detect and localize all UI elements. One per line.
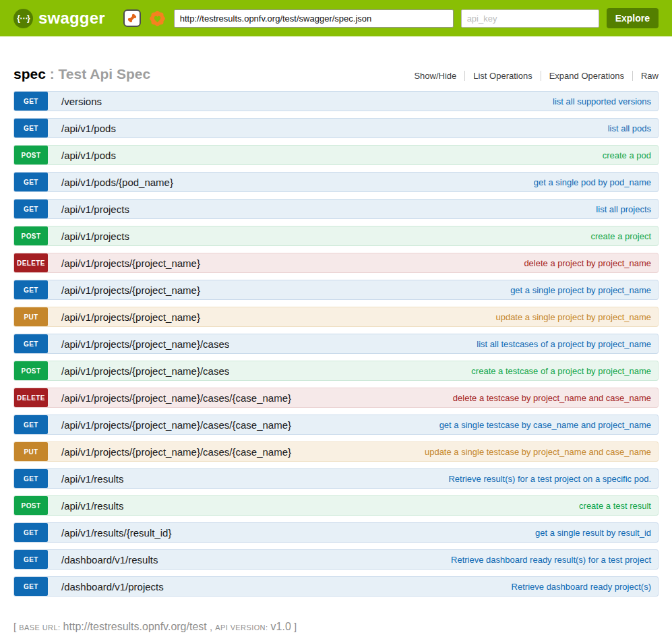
endpoint-row[interactable]: GET /dashboard/v1/projects Retrieve dash…	[13, 576, 659, 597]
endpoint-summary-link[interactable]: get a single testcase by case_name and p…	[439, 415, 658, 434]
endpoint-row[interactable]: GET /api/v1/results/{result_id} get a si…	[13, 522, 659, 543]
endpoint-row[interactable]: GET /dashboard/v1/results Retrieve dashb…	[13, 549, 659, 570]
footer-bracket-open: [	[13, 621, 16, 632]
base-url-label: base url	[19, 623, 58, 632]
api-version-value: v1.0	[271, 621, 291, 632]
endpoint-row[interactable]: GET /api/v1/projects/{project_name}/case…	[13, 334, 659, 354]
swagger-logo-icon: {⋯}	[13, 9, 33, 28]
endpoint-path-link[interactable]: /api/v1/results	[61, 496, 124, 515]
endpoint-row[interactable]: DELETE /api/v1/projects/{project_name}/c…	[13, 388, 659, 408]
endpoint-path-link[interactable]: /api/v1/pods	[61, 146, 116, 164]
api-name: spec	[13, 66, 46, 82]
http-method-badge: PUT	[14, 307, 48, 326]
endpoint-path-link[interactable]: /api/v1/projects/{project_name}/cases/{c…	[61, 442, 291, 461]
endpoint-summary-link[interactable]: list all pods	[608, 119, 658, 138]
footer-bracket-close: ]	[294, 621, 297, 632]
operations-toolbar: Show/Hide List Operations Expand Operati…	[406, 71, 659, 81]
endpoint-path-link[interactable]: /api/v1/projects/{project_name}	[61, 253, 200, 272]
endpoint-path-link[interactable]: /api/v1/projects	[61, 226, 129, 245]
footer-comma: ,	[210, 621, 212, 632]
main-content: spec : Test Api Spec Show/Hide List Oper…	[13, 36, 659, 641]
http-method-badge: POST	[14, 226, 48, 245]
http-method-badge: GET	[14, 523, 48, 542]
gear-heart-icon	[148, 9, 166, 28]
http-method-badge: GET	[14, 577, 48, 596]
endpoint-summary-link[interactable]: Retrieve dashboard ready result(s) for a…	[451, 550, 658, 569]
endpoint-summary-link[interactable]: Retrieve dashboard ready project(s)	[512, 577, 658, 596]
endpoint-list: GET /versions list all supported version…	[13, 91, 659, 597]
http-method-badge: POST	[14, 496, 48, 515]
http-method-badge: GET	[14, 92, 48, 111]
page-title: spec : Test Api Spec	[13, 66, 150, 82]
endpoint-summary-link[interactable]: delete a project by project_name	[524, 253, 658, 272]
endpoint-path-link[interactable]: /dashboard/v1/results	[61, 550, 158, 569]
endpoint-row[interactable]: DELETE /api/v1/projects/{project_name} d…	[13, 253, 659, 273]
endpoint-summary-link[interactable]: create a project	[590, 226, 658, 245]
explore-button[interactable]: Explore	[607, 8, 659, 28]
endpoint-row[interactable]: PUT /api/v1/projects/{project_name}/case…	[13, 441, 659, 462]
endpoint-summary-link[interactable]: list all testcases of a project by proje…	[477, 334, 658, 353]
base-url-footer: [ base url: http://testresults.opnfv.org…	[13, 621, 659, 641]
endpoint-summary-link[interactable]: create a testcase of a project by projec…	[471, 361, 658, 380]
endpoint-path-link[interactable]: /api/v1/projects/{project_name}/cases/{c…	[61, 415, 291, 434]
list-operations-link[interactable]: List Operations	[464, 71, 540, 81]
swagger-logo[interactable]: {⋯} swagger	[13, 9, 105, 28]
http-method-badge: POST	[14, 146, 48, 164]
endpoint-row[interactable]: POST /api/v1/projects create a project	[13, 226, 659, 246]
http-method-badge: GET	[14, 415, 48, 434]
endpoint-row[interactable]: GET /api/v1/results Retrieve result(s) f…	[13, 468, 659, 489]
http-method-badge: DELETE	[14, 253, 48, 272]
show-hide-link[interactable]: Show/Hide	[406, 71, 464, 81]
endpoint-row[interactable]: GET /api/v1/projects/{project_name} get …	[13, 280, 659, 300]
spec-url-input[interactable]	[174, 9, 454, 28]
endpoint-summary-link[interactable]: Retrieve result(s) for a test project on…	[448, 469, 658, 488]
endpoint-path-link[interactable]: /api/v1/pods	[61, 119, 116, 138]
http-method-badge: DELETE	[14, 388, 48, 407]
endpoint-summary-link[interactable]: create a test result	[579, 496, 658, 515]
expand-operations-link[interactable]: Expand Operations	[541, 71, 632, 81]
bone-icon	[127, 13, 138, 24]
endpoint-path-link[interactable]: /api/v1/projects/{project_name}/cases/{c…	[61, 388, 291, 407]
endpoint-path-link[interactable]: /api/v1/pods/{pod_name}	[61, 173, 173, 191]
endpoint-row[interactable]: PUT /api/v1/projects/{project_name} upda…	[13, 307, 659, 327]
endpoint-row[interactable]: GET /api/v1/projects/{project_name}/case…	[13, 415, 659, 435]
endpoint-path-link[interactable]: /dashboard/v1/projects	[61, 577, 164, 596]
base-url-value: http://testresults.opnfv.org/test	[63, 621, 207, 632]
endpoint-path-link[interactable]: /api/v1/projects/{project_name}	[61, 280, 200, 299]
endpoint-summary-link[interactable]: get a single result by result_id	[535, 523, 658, 542]
endpoint-row[interactable]: GET /versions list all supported version…	[13, 91, 659, 111]
endpoint-summary-link[interactable]: get a single project by project_name	[510, 280, 658, 299]
curly-braces-glyph: {⋯}	[17, 13, 29, 23]
endpoint-row[interactable]: GET /api/v1/pods list all pods	[13, 118, 659, 138]
endpoint-path-link[interactable]: /versions	[61, 92, 102, 111]
endpoint-path-link[interactable]: /api/v1/projects/{project_name}/cases	[61, 334, 229, 353]
endpoint-path-link[interactable]: /api/v1/results/{result_id}	[61, 523, 171, 542]
endpoint-summary-link[interactable]: update a single project by project_name	[495, 307, 658, 326]
bone-extension-button[interactable]	[123, 9, 141, 27]
http-method-badge: GET	[14, 200, 48, 218]
endpoint-summary-link[interactable]: delete a testcase by project_name and ca…	[453, 388, 658, 407]
endpoint-summary-link[interactable]: list all projects	[596, 200, 658, 218]
endpoint-row[interactable]: POST /api/v1/results create a test resul…	[13, 495, 659, 516]
endpoint-row[interactable]: GET /api/v1/projects list all projects	[13, 199, 659, 219]
endpoint-summary-link[interactable]: create a pod	[603, 146, 658, 164]
http-method-badge: GET	[14, 550, 48, 569]
endpoint-path-link[interactable]: /api/v1/projects/{project_name}	[61, 307, 200, 326]
endpoint-summary-link[interactable]: list all supported versions	[553, 92, 658, 111]
http-method-badge: POST	[14, 361, 48, 380]
title-separator: :	[50, 66, 55, 82]
http-method-badge: GET	[14, 280, 48, 299]
api-version-label: api version	[215, 623, 266, 632]
endpoint-summary-link[interactable]: update a single testcase by project_name…	[425, 442, 658, 461]
gear-heart-button[interactable]	[148, 9, 166, 28]
endpoint-row[interactable]: GET /api/v1/pods/{pod_name} get a single…	[13, 172, 659, 192]
endpoint-path-link[interactable]: /api/v1/projects/{project_name}/cases	[61, 361, 229, 380]
endpoint-row[interactable]: POST /api/v1/pods create a pod	[13, 145, 659, 165]
raw-link[interactable]: Raw	[632, 71, 659, 81]
endpoint-summary-link[interactable]: get a single pod by pod_name	[534, 173, 658, 191]
endpoint-path-link[interactable]: /api/v1/projects	[61, 200, 129, 218]
endpoint-row[interactable]: POST /api/v1/projects/{project_name}/cas…	[13, 361, 659, 381]
api-key-input[interactable]	[461, 9, 599, 28]
endpoint-path-link[interactable]: /api/v1/results	[61, 469, 124, 488]
http-method-badge: GET	[14, 469, 48, 488]
